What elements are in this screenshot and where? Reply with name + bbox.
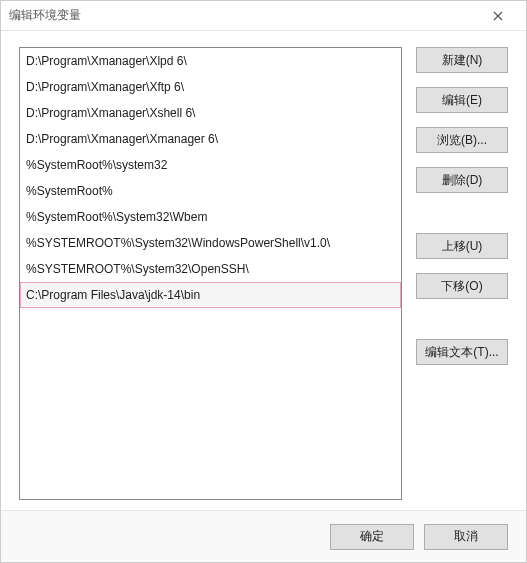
spacer (416, 313, 508, 339)
window-title: 编辑环境变量 (9, 7, 478, 24)
footer: 确定 取消 (1, 510, 526, 562)
list-item[interactable]: D:\Program\Xmanager\Xmanager 6\ (20, 126, 401, 152)
list-item[interactable]: D:\Program\Xmanager\Xlpd 6\ (20, 48, 401, 74)
titlebar: 编辑环境变量 (1, 1, 526, 31)
move-up-button[interactable]: 上移(U) (416, 233, 508, 259)
content-area: D:\Program\Xmanager\Xlpd 6\D:\Program\Xm… (1, 31, 526, 510)
list-item[interactable]: D:\Program\Xmanager\Xshell 6\ (20, 100, 401, 126)
close-button[interactable] (478, 2, 518, 30)
list-item[interactable]: D:\Program\Xmanager\Xftp 6\ (20, 74, 401, 100)
path-list-container: D:\Program\Xmanager\Xlpd 6\D:\Program\Xm… (19, 47, 402, 500)
list-item[interactable]: %SystemRoot%\System32\Wbem (20, 204, 401, 230)
new-button[interactable]: 新建(N) (416, 47, 508, 73)
spacer (416, 207, 508, 233)
side-buttons: 新建(N) 编辑(E) 浏览(B)... 删除(D) 上移(U) 下移(O) 编… (416, 47, 508, 500)
dialog-window: 编辑环境变量 D:\Program\Xmanager\Xlpd 6\D:\Pro… (0, 0, 527, 563)
edit-button[interactable]: 编辑(E) (416, 87, 508, 113)
list-item[interactable]: %SystemRoot% (20, 178, 401, 204)
cancel-button[interactable]: 取消 (424, 524, 508, 550)
ok-button[interactable]: 确定 (330, 524, 414, 550)
list-item[interactable]: %SYSTEMROOT%\System32\OpenSSH\ (20, 256, 401, 282)
list-item[interactable]: C:\Program Files\Java\jdk-14\bin (20, 282, 401, 308)
close-icon (493, 11, 503, 21)
list-item[interactable]: %SYSTEMROOT%\System32\WindowsPowerShell\… (20, 230, 401, 256)
delete-button[interactable]: 删除(D) (416, 167, 508, 193)
move-down-button[interactable]: 下移(O) (416, 273, 508, 299)
path-list[interactable]: D:\Program\Xmanager\Xlpd 6\D:\Program\Xm… (20, 48, 401, 308)
list-item[interactable]: %SystemRoot%\system32 (20, 152, 401, 178)
edit-text-button[interactable]: 编辑文本(T)... (416, 339, 508, 365)
browse-button[interactable]: 浏览(B)... (416, 127, 508, 153)
